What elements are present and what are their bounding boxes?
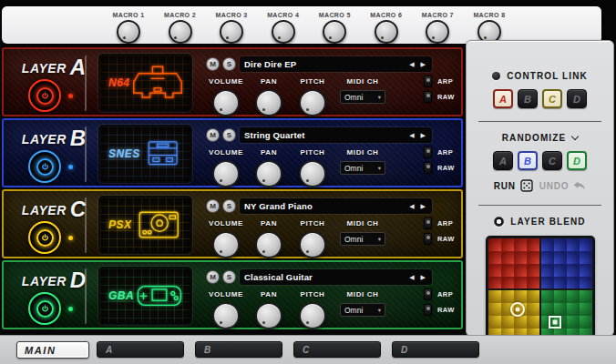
layer-a-pitch-knob[interactable] [299, 89, 326, 116]
randomize-b-button[interactable]: B [518, 151, 538, 170]
layer-a-midi-channel-select[interactable]: Omni ▾ [340, 90, 385, 104]
control-link-b-button[interactable]: B [518, 89, 538, 108]
layer-a-mute-button[interactable]: M [206, 57, 220, 71]
layer-c-preset-selector[interactable]: NY Grand Piano ◀ ▶ [240, 198, 432, 214]
macro-5-knob[interactable] [323, 20, 346, 44]
blend-quadrant-blue[interactable] [541, 238, 592, 288]
layer-d-power-button[interactable] [28, 292, 61, 325]
tab-c[interactable]: C [293, 341, 381, 358]
layer-c-midi-channel-select[interactable]: Omni ▾ [340, 232, 385, 246]
preset-name: NY Grand Piano [244, 201, 405, 211]
preset-next-icon[interactable]: ▶ [419, 132, 427, 139]
tab-main[interactable]: MAIN [16, 341, 89, 359]
preset-next-icon[interactable]: ▶ [419, 61, 427, 68]
chevron-down-icon[interactable] [571, 132, 579, 139]
layer-b-pitch-knob[interactable] [299, 160, 326, 187]
layer-d-volume-knob[interactable] [212, 302, 240, 329]
macro-6-knob[interactable] [375, 20, 398, 44]
layer-d-preset-selector[interactable]: Classical Guitar ◀ ▶ [240, 269, 432, 285]
layer-b-mute-button[interactable]: M [206, 128, 220, 142]
randomize-header[interactable]: RANDOMIZE [467, 133, 613, 143]
blend-marker-square[interactable] [549, 316, 561, 329]
undo-label: UNDO [539, 181, 570, 191]
layer-a-volume-knob[interactable] [212, 89, 240, 116]
layer-blend-pad[interactable] [486, 236, 595, 343]
control-link-d-button[interactable]: D [567, 89, 587, 108]
control-link-title: CONTROL LINK [507, 71, 588, 81]
layer-d-mute-button[interactable]: M [206, 270, 220, 284]
midi-channel-control: MIDI CH Omni ▾ [334, 77, 391, 104]
layer-a-raw-toggle[interactable] [424, 91, 432, 103]
layer-strip-b: LAYERB SNES M S String Quartet ◀ ▶ [2, 118, 463, 187]
layer-d-solo-button[interactable]: S [222, 270, 236, 284]
volume-label: VOLUME [209, 77, 243, 86]
layer-d-arp-toggle[interactable] [424, 288, 432, 300]
layer-d-midi-channel-select[interactable]: Omni ▾ [340, 303, 385, 317]
blend-quadrant-red[interactable] [488, 238, 539, 288]
layer-b-switches: ARP RAW [424, 147, 455, 174]
macro-4-knob[interactable] [272, 20, 295, 44]
layer-letter: A [70, 55, 86, 79]
layer-b-pan-knob[interactable] [255, 160, 282, 187]
psx-console-icon [132, 206, 185, 244]
layer-b-raw-toggle[interactable] [424, 162, 432, 174]
layer-c-solo-button[interactable]: S [222, 199, 236, 213]
layer-a-preset-selector[interactable]: Dire Dire EP ◀ ▶ [240, 56, 432, 72]
preset-prev-icon[interactable]: ◀ [407, 274, 416, 281]
preset-prev-icon[interactable]: ◀ [407, 132, 416, 139]
tab-b[interactable]: B [195, 341, 282, 358]
layer-b-volume-knob[interactable] [212, 160, 240, 187]
preset-prev-icon[interactable]: ◀ [407, 203, 416, 210]
run-button[interactable]: RUN [494, 179, 533, 192]
layer-a-console-screen[interactable]: N64 [98, 54, 192, 112]
layer-c-power-button[interactable] [28, 221, 61, 254]
macro-3: MACRO 3 [209, 9, 254, 44]
power-icon [36, 300, 54, 318]
macro-7-knob[interactable] [426, 20, 449, 44]
undo-button[interactable]: UNDO [539, 181, 587, 191]
layer-a-solo-button[interactable]: S [222, 57, 236, 71]
layer-c-console-screen[interactable]: PSX [98, 196, 192, 254]
tab-d[interactable]: D [392, 341, 479, 358]
layer-c-arp-toggle[interactable] [424, 217, 432, 229]
macro-1-knob[interactable] [117, 20, 140, 44]
layer-d-console-screen[interactable]: GBA [98, 267, 192, 325]
layer-d-raw-toggle[interactable] [424, 304, 432, 316]
layer-c-pitch-knob[interactable] [299, 231, 326, 258]
layer-b-console-screen[interactable]: SNES [98, 125, 192, 183]
pan-control: PAN [247, 77, 291, 116]
tab-a[interactable]: A [97, 341, 184, 358]
preset-next-icon[interactable]: ▶ [419, 274, 427, 281]
randomize-c-button[interactable]: C [542, 151, 562, 170]
blend-quadrant-yellow[interactable] [488, 290, 539, 341]
randomize-a-button[interactable]: A [493, 151, 513, 170]
layer-b-solo-button[interactable]: S [222, 128, 236, 142]
macro-2-knob[interactable] [169, 20, 192, 44]
layer-b-preset-selector[interactable]: String Quartet ◀ ▶ [240, 127, 432, 143]
layer-c-volume-knob[interactable] [212, 231, 240, 258]
layer-c-mute-button[interactable]: M [206, 199, 220, 213]
preset-next-icon[interactable]: ▶ [419, 203, 427, 210]
layer-b-arp-toggle[interactable] [424, 147, 432, 158]
control-link-c-button[interactable]: C [542, 89, 562, 108]
layer-a-arp-toggle[interactable] [424, 76, 432, 87]
preset-prev-icon[interactable]: ◀ [407, 61, 416, 68]
layer-a-power-button[interactable] [28, 79, 61, 112]
layer-b-midi-channel-select[interactable]: Omni ▾ [340, 161, 385, 175]
layer-d-pan-knob[interactable] [255, 302, 282, 329]
layer-c-raw-toggle[interactable] [424, 233, 432, 245]
layer-d-pitch-knob[interactable] [299, 302, 326, 329]
layer-strip-c: LAYERC PSX M S NY Grand Piano ◀ ▶ VOLUM [2, 189, 463, 258]
blend-marker-circle[interactable] [510, 302, 525, 317]
dropdown-arrow-icon: ▾ [378, 165, 381, 172]
layer-b-power-button[interactable] [28, 150, 61, 183]
macro-5-label: MACRO 5 [319, 12, 351, 18]
randomize-d-button[interactable]: D [567, 151, 587, 170]
layer-a-led [68, 94, 73, 98]
macro-3-knob[interactable] [220, 20, 243, 44]
layer-c-pan-knob[interactable] [255, 231, 282, 258]
layer-a-pan-knob[interactable] [255, 89, 282, 116]
run-undo-row: RUN UNDO [467, 179, 613, 192]
control-link-a-button[interactable]: A [493, 89, 513, 108]
layer-c-led [68, 236, 73, 240]
